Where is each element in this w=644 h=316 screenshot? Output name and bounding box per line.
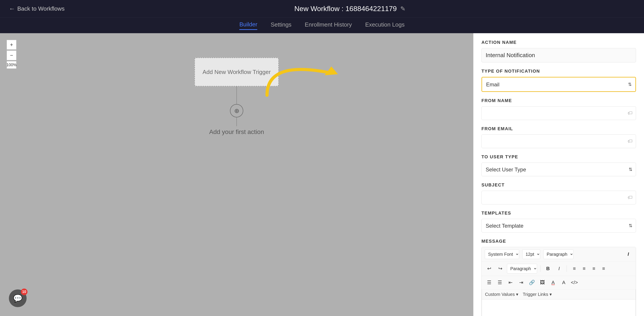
action-name-value: Internal Notification xyxy=(482,48,636,62)
text-color-button[interactable]: A xyxy=(549,278,558,287)
subject-label: SUBJECT xyxy=(482,182,636,187)
divider-1 xyxy=(540,265,540,272)
from-name-field[interactable]: 🏷 xyxy=(482,106,636,120)
tab-settings[interactable]: Settings xyxy=(270,21,292,29)
connector-line-1 xyxy=(236,86,237,104)
font-size-select[interactable]: 12pt xyxy=(522,249,540,259)
zoom-out-button[interactable]: − xyxy=(7,50,16,60)
to-user-type-select[interactable]: Select User Type xyxy=(482,162,636,176)
link-button[interactable]: 🔗 xyxy=(527,278,536,287)
chat-bubble-button[interactable]: 💬 10 xyxy=(9,290,26,307)
trigger-links-chevron-icon: ▾ xyxy=(550,292,552,297)
header: ← Back to Workflows New Workflow : 16884… xyxy=(0,0,644,18)
from-email-field[interactable]: 🏷 xyxy=(482,135,636,148)
image-button[interactable]: 🖼 xyxy=(538,278,547,287)
zoom-controls: + − 100% xyxy=(7,40,16,69)
header-center: New Workflow : 1688464221179 ✎ xyxy=(64,5,635,13)
code-button[interactable]: </> xyxy=(570,278,579,287)
tab-builder[interactable]: Builder xyxy=(239,21,257,30)
redo-button[interactable]: ↪ xyxy=(496,264,505,273)
templates-select[interactable]: Select Template xyxy=(482,219,636,233)
outdent-button[interactable]: ⇤ xyxy=(506,278,515,287)
to-user-type-field[interactable]: Select User Type ⇅ xyxy=(482,162,636,176)
from-name-label: FROM NAME xyxy=(482,98,636,103)
tab-bar: Builder Settings Enrollment History Exec… xyxy=(0,18,644,33)
indent-button[interactable]: ⇥ xyxy=(517,278,526,287)
align-right-button[interactable]: ≡ xyxy=(590,264,598,273)
message-editor-toolbar: System Font 12pt Paragraph I ↩ ↪ xyxy=(482,247,636,316)
align-center-button[interactable]: ≡ xyxy=(580,264,588,273)
chat-icon: 💬 xyxy=(13,294,22,303)
italic-button-2[interactable]: I xyxy=(555,264,564,273)
trigger-links-label: Trigger Links xyxy=(523,292,548,297)
from-email-input[interactable] xyxy=(482,135,636,148)
ordered-list-button[interactable]: ☰ xyxy=(496,278,504,287)
toolbar-row-2: ↩ ↪ Paragraph B I ≡ ≡ ≡ ≡ xyxy=(482,262,636,276)
subject-field[interactable]: 🏷 xyxy=(482,191,636,204)
svg-marker-0 xyxy=(325,66,338,75)
message-editor-area[interactable] xyxy=(482,299,636,316)
zoom-in-button[interactable]: + xyxy=(7,40,16,50)
trigger-box-label: Add New Workflow Trigger xyxy=(202,68,270,76)
connector-line-2 xyxy=(236,117,237,126)
message-label: MESSAGE xyxy=(482,239,636,244)
italic-button[interactable]: I xyxy=(624,250,633,259)
divider-2 xyxy=(566,265,567,272)
back-label: Back to Workflows xyxy=(17,5,64,12)
notification-type-select[interactable]: Email SMS In-App xyxy=(482,78,635,91)
plus-icon: ⊕ xyxy=(234,107,239,115)
main-layout: + − 100% Add New Workflow Trigger ⊕ Add … xyxy=(0,33,644,316)
tab-execution-logs[interactable]: Execution Logs xyxy=(365,21,405,29)
workflow-canvas: + − 100% Add New Workflow Trigger ⊕ Add … xyxy=(0,33,473,316)
action-name-label: ACTION NAME xyxy=(482,40,636,45)
custom-values-row: Custom Values ▾ Trigger Links ▾ xyxy=(482,290,636,299)
panel-content: ACTION NAME Internal Notification TYPE O… xyxy=(474,33,644,316)
trigger-links-button[interactable]: Trigger Links ▾ xyxy=(523,292,552,297)
undo-button[interactable]: ↩ xyxy=(485,264,494,273)
workflow-trigger-box[interactable]: Add New Workflow Trigger xyxy=(194,58,279,86)
add-first-action-text: Add your first action xyxy=(209,129,264,136)
align-justify-button[interactable]: ≡ xyxy=(599,264,608,273)
format-select[interactable]: Paragraph xyxy=(543,249,574,259)
to-user-type-label: TO USER TYPE xyxy=(482,154,636,159)
templates-label: TEMPLATES xyxy=(482,211,636,216)
notification-type-field[interactable]: Email SMS In-App ⇅ xyxy=(482,77,636,92)
custom-values-label: Custom Values xyxy=(485,292,515,297)
unordered-list-button[interactable]: ☰ xyxy=(485,278,494,287)
from-name-input[interactable] xyxy=(482,106,636,120)
align-icons: ≡ ≡ ≡ ≡ xyxy=(570,264,608,273)
font-select[interactable]: System Font xyxy=(485,249,519,259)
paragraph-select[interactable]: Paragraph xyxy=(507,264,537,274)
highlight-button[interactable]: A xyxy=(559,278,568,287)
from-email-label: FROM EMAIL xyxy=(482,126,636,131)
notification-type-label: TYPE OF NOTIFICATION xyxy=(482,69,636,74)
tab-enrollment-history[interactable]: Enrollment History xyxy=(305,21,352,29)
right-panel: ACTION NAME Internal Notification TYPE O… xyxy=(473,33,644,316)
bold-button[interactable]: B xyxy=(544,264,552,273)
zoom-level-display: 100% xyxy=(7,61,16,69)
back-arrow-icon: ← xyxy=(9,5,15,12)
custom-values-button[interactable]: Custom Values ▾ xyxy=(485,292,518,297)
toolbar-row-3: ☰ ☰ ⇤ ⇥ 🔗 🖼 A A </> xyxy=(482,276,636,290)
templates-field[interactable]: Select Template ⇅ xyxy=(482,219,636,233)
chat-badge: 10 xyxy=(21,289,28,295)
align-left-button[interactable]: ≡ xyxy=(570,264,579,273)
edit-icon[interactable]: ✎ xyxy=(400,5,406,12)
back-to-workflows-button[interactable]: ← Back to Workflows xyxy=(9,5,64,12)
custom-values-chevron-icon: ▾ xyxy=(516,292,518,297)
subject-input[interactable] xyxy=(482,191,636,204)
add-action-button[interactable]: ⊕ xyxy=(230,104,243,117)
workflow-title: New Workflow : 1688464221179 xyxy=(294,5,397,13)
toolbar-row-1: System Font 12pt Paragraph I xyxy=(482,247,636,262)
